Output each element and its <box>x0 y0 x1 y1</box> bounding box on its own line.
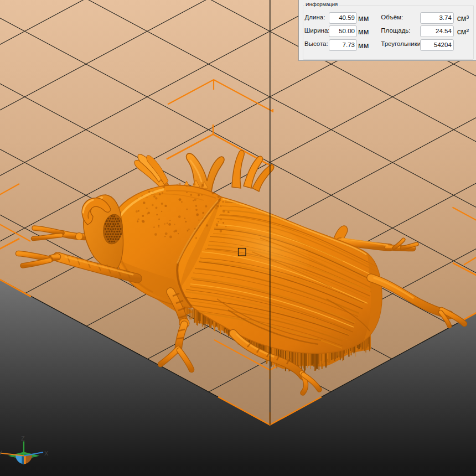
svg-text:X: X <box>44 450 49 457</box>
svg-text:Z: Z <box>21 435 25 442</box>
svg-text:Y: Y <box>0 449 3 456</box>
